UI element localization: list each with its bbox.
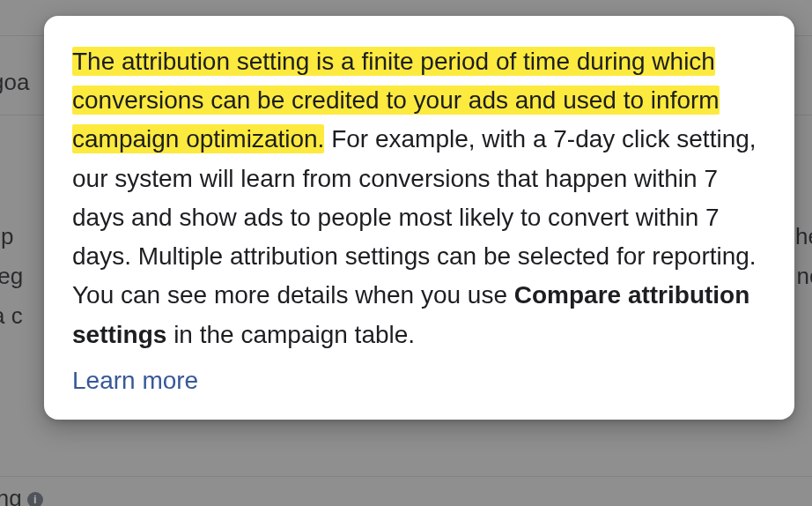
- tooltip-paragraph: The attribution setting is a finite peri…: [72, 42, 766, 354]
- attribution-tooltip-card: The attribution setting is a finite peri…: [44, 16, 794, 420]
- learn-more-link[interactable]: Learn more: [72, 367, 198, 395]
- tooltip-body-tail: in the campaign table.: [166, 321, 415, 348]
